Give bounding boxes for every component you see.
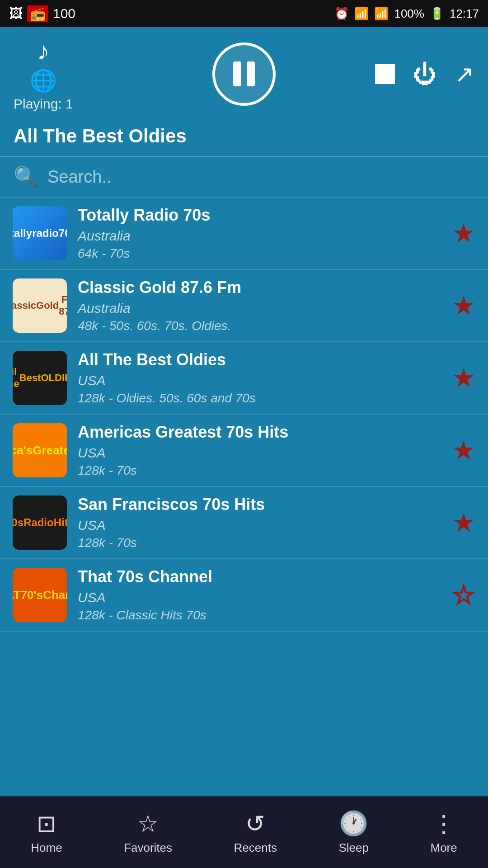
app-count: 100: [53, 6, 75, 21]
home-icon: ⊡: [37, 810, 56, 837]
nav-home-label: Home: [31, 841, 62, 855]
nav-sleep-label: Sleep: [338, 841, 369, 855]
playing-label: Playing: 1: [14, 96, 73, 112]
nav-more-label: More: [430, 841, 457, 855]
header-right-controls: ⏻ ↗: [375, 61, 474, 88]
station-logo: America'sGreatest70s Hits: [13, 423, 67, 477]
play-pause-center: [212, 42, 276, 106]
pause-icon: [233, 61, 255, 86]
station-meta: 128k - 70s: [78, 463, 441, 478]
now-playing-title: All The Best Oldies: [14, 125, 474, 147]
station-item[interactable]: ClassicGoldFM 87.6 Classic Gold 87.6 Fm …: [0, 270, 488, 342]
pause-button[interactable]: [212, 42, 276, 106]
now-playing-section: All The Best Oldies: [0, 121, 488, 156]
station-info: San Franciscos 70s Hits USA 128k - 70s: [78, 495, 441, 550]
status-bar: 🖼 📻 100 ⏰ 📶 📶 100% 🔋 12:17: [0, 0, 488, 27]
station-item[interactable]: totallyradio70's Totally Radio 70s Austr…: [0, 198, 488, 270]
favorite-star[interactable]: ★: [452, 218, 475, 249]
nav-more[interactable]: ⋮ More: [430, 810, 457, 855]
pause-bar-right: [247, 61, 255, 86]
station-country: Australia: [78, 228, 441, 244]
station-list: totallyradio70's Totally Radio 70s Austr…: [0, 198, 488, 800]
station-logo: ClassicGoldFM 87.6: [13, 278, 67, 333]
sleep-icon: 🕐: [339, 810, 368, 837]
nav-favorites[interactable]: ☆ Favorites: [124, 810, 172, 855]
station-country: Australia: [78, 301, 441, 316]
favorite-star[interactable]: ☆: [452, 580, 475, 610]
recents-icon: ↺: [245, 810, 265, 837]
globe-icon[interactable]: [30, 68, 57, 94]
nav-home[interactable]: ⊡ Home: [31, 810, 62, 855]
favorite-star[interactable]: ★: [452, 507, 475, 538]
power-icon[interactable]: ⏻: [413, 61, 436, 88]
favorite-star[interactable]: ★: [452, 290, 475, 321]
nav-recents-label: Recents: [234, 841, 277, 855]
bottom-nav: ⊡ Home ☆ Favorites ↺ Recents 🕐 Sleep ⋮ M…: [0, 796, 488, 868]
share-icon[interactable]: ↗: [455, 61, 474, 88]
station-info: Totally Radio 70s Australia 64k - 70s: [78, 206, 441, 261]
search-input[interactable]: [47, 167, 474, 187]
nav-favorites-label: Favorites: [124, 841, 172, 855]
station-info: All The Best Oldies USA 128k - Oldies. 5…: [78, 350, 441, 406]
player-header: Playing: 1 ⏻ ↗: [0, 27, 488, 121]
station-name: Classic Gold 87.6 Fm: [78, 278, 441, 297]
more-icon: ⋮: [432, 810, 455, 837]
station-logo: All TheBestOLDIES: [13, 351, 67, 405]
stop-button[interactable]: [375, 64, 395, 84]
status-right: ⏰ 📶 📶 100% 🔋 12:17: [334, 7, 479, 21]
station-logo: THAT70'sChannel: [13, 568, 67, 622]
search-icon: 🔍: [14, 165, 38, 189]
station-item[interactable]: 70sRadioHits San Franciscos 70s Hits USA…: [0, 487, 488, 559]
station-info: Americas Greatest 70s Hits USA 128k - 70…: [78, 423, 441, 478]
status-left: 🖼 📻 100: [9, 5, 75, 22]
station-item[interactable]: THAT70'sChannel That 70s Channel USA 128…: [0, 559, 488, 632]
station-info: Classic Gold 87.6 Fm Australia 48k - 50s…: [78, 278, 441, 333]
station-country: USA: [78, 373, 441, 388]
battery-icon: 🔋: [430, 7, 444, 21]
time-display: 12:17: [450, 7, 479, 21]
station-info: That 70s Channel USA 128k - Classic Hits…: [78, 567, 441, 623]
pause-bar-left: [233, 61, 241, 86]
wifi-icon: 📶: [354, 7, 369, 21]
station-meta: 128k - Classic Hits 70s: [78, 608, 441, 623]
station-meta: 128k - Oldies. 50s. 60s and 70s: [78, 391, 441, 406]
star-nav-icon: ☆: [137, 810, 159, 837]
station-country: USA: [78, 518, 441, 533]
station-name: That 70s Channel: [78, 567, 441, 586]
image-icon: 🖼: [9, 6, 23, 21]
header-left-controls: Playing: 1: [14, 36, 73, 112]
station-meta: 64k - 70s: [78, 246, 441, 261]
search-bar: 🔍: [0, 157, 488, 198]
station-item[interactable]: All TheBestOLDIES All The Best Oldies US…: [0, 342, 488, 415]
favorite-star[interactable]: ★: [452, 435, 475, 466]
station-meta: 48k - 50s. 60s. 70s. Oldies.: [78, 319, 441, 333]
station-name: Totally Radio 70s: [78, 206, 441, 225]
station-logo: totallyradio70's: [13, 206, 67, 260]
radio-app-icon: 📻: [27, 5, 48, 22]
station-logo: 70sRadioHits: [13, 495, 67, 550]
signal-icon: 📶: [374, 7, 389, 21]
alarm-icon: ⏰: [334, 7, 349, 21]
station-name: San Franciscos 70s Hits: [78, 495, 441, 514]
music-note-icon[interactable]: [37, 36, 50, 66]
station-country: USA: [78, 590, 441, 605]
nav-recents[interactable]: ↺ Recents: [234, 810, 277, 855]
station-meta: 128k - 70s: [78, 536, 441, 550]
station-item[interactable]: America'sGreatest70s Hits Americas Great…: [0, 415, 488, 487]
station-name: Americas Greatest 70s Hits: [78, 423, 441, 442]
station-country: USA: [78, 445, 441, 461]
nav-sleep[interactable]: 🕐 Sleep: [338, 810, 369, 855]
station-name: All The Best Oldies: [78, 350, 441, 369]
favorite-star[interactable]: ★: [452, 363, 475, 393]
battery-percent: 100%: [394, 7, 424, 21]
